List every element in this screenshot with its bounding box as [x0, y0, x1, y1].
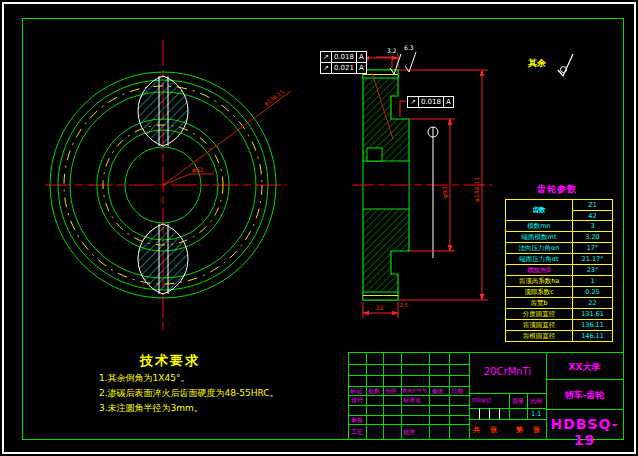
general-roughness-label: 其余 — [528, 57, 546, 70]
stage-label: 阶段标记 — [472, 397, 491, 403]
tolerance-value: 0.018 — [418, 97, 443, 107]
design-label: 设计 — [351, 396, 363, 404]
rev-header-zone: 分区 — [385, 387, 397, 395]
table-row: 螺旋角β23° — [506, 264, 612, 275]
dim-label-hub: φ93 — [441, 186, 449, 198]
material: 20CrMnTi — [469, 366, 546, 377]
tech-requirements-list: 1.其余倒角为1X45°。 2.渗碳后表面淬火后齿面硬度为48-55HRC。 3… — [99, 371, 279, 416]
scale-value: 1:1 — [531, 410, 541, 418]
rev-header-count: 处数 — [368, 387, 380, 395]
tech-requirement-item: 1.其余倒角为1X45°。 — [99, 371, 279, 386]
dim-label-tip-diameter: φ146.11 — [263, 89, 286, 108]
tolerance-value: 0.018 — [331, 52, 356, 62]
roughness-value-1: 3.2 — [387, 47, 397, 54]
drawing-number: HDBSQ-19 — [546, 416, 623, 448]
table-row: 模数mn3 — [506, 220, 612, 231]
scale-label: 比例 — [530, 397, 542, 405]
audit-label: 审核 — [351, 416, 363, 424]
roughness-value-2: 6.3 — [404, 44, 414, 51]
sheet-unit2-label: 张 — [533, 425, 540, 435]
tolerance-value: 0.021 — [331, 63, 356, 73]
runout-icon: ↗ — [321, 63, 331, 73]
rev-header-date: 日期 — [451, 387, 463, 395]
company-name: XX大学 — [546, 361, 623, 374]
dim-label-width: 22 — [376, 304, 384, 311]
dim-label-chamfer: 2.5 — [400, 302, 408, 308]
table-row-teeth: 齿数 Z1 42 — [506, 200, 612, 220]
rev-header-sign: 签名 — [432, 387, 444, 395]
gear-parameter-table: 齿数 Z1 42 模数mn3 端面模数mt3.20 法向压力角αn17° 端面压… — [505, 199, 613, 342]
table-row: 齿顶圆直径136.11 — [506, 319, 612, 330]
standard-label: 标准化 — [403, 396, 421, 404]
datum-target — [428, 127, 438, 258]
dim-top — [363, 53, 398, 68]
teeth-symbol: Z1 — [573, 200, 612, 211]
table-row: 齿顶高系数ha1 — [506, 275, 612, 286]
tolerance-frame-3: ↗0.018A — [407, 96, 454, 108]
datum-letter: A — [443, 97, 453, 107]
table-row: 齿宽b22 — [506, 297, 612, 308]
rev-header-mark: 标记 — [350, 387, 362, 395]
bore-dimension: φ62 — [163, 166, 214, 185]
table-row: 端面压力角αt21.17° — [506, 253, 612, 264]
runout-icon: ↗ — [408, 97, 418, 107]
dim-face-width: 22 2.5 — [363, 302, 408, 318]
section-view: φ93 φ146.11 22 2.5 3.2 6.3 — [315, 40, 505, 330]
table-row: 分度圆直径131.61 — [506, 308, 612, 319]
sheet-total-label: 共 — [473, 425, 480, 435]
teeth-value: 42 — [573, 211, 612, 221]
sheet-unit-label: 张 — [490, 425, 497, 435]
datum-letter: A — [356, 63, 366, 73]
approve-label: 批准 — [403, 428, 415, 436]
runout-icon: ↗ — [321, 52, 331, 62]
dim-label-tip: φ146.11 — [473, 177, 481, 202]
tolerance-frame-2: ↗0.021A — [320, 62, 367, 74]
gear-table-title: 齿轮参数 — [537, 183, 577, 196]
sheet-no-label: 第 — [516, 425, 523, 435]
rev-header-docno: 更改文件号 — [402, 387, 427, 394]
keyway — [367, 148, 382, 161]
tech-requirement-item: 2.渗碳后表面淬火后齿面硬度为48-55HRC。 — [99, 386, 279, 401]
datum-letter: A — [356, 52, 366, 62]
general-roughness-icon — [552, 46, 584, 78]
table-row: 顶隙系数c0.25 — [506, 286, 612, 297]
table-row: 端面模数mt3.20 — [506, 231, 612, 242]
title-block: 标记 处数 分区 更改文件号 签名 日期 设计 标准化 审核 工艺 批准 20C… — [348, 352, 624, 440]
process-label: 工艺 — [351, 428, 363, 436]
mass-label: 质量 — [512, 397, 524, 405]
part-name: 轿车-齿轮 — [546, 389, 623, 402]
tech-requirement-item: 3.未注圆角半径为3mm。 — [99, 401, 279, 416]
table-row: 法向压力角αn17° — [506, 242, 612, 253]
teeth-label: 齿数 — [506, 200, 573, 220]
front-view: φ146.11 φ62 — [25, 25, 315, 345]
table-row: 齿根圆直径146.11 — [506, 330, 612, 341]
dim-label-bore: φ62 — [192, 166, 204, 174]
tech-requirements-title: 技术要求 — [140, 352, 200, 370]
